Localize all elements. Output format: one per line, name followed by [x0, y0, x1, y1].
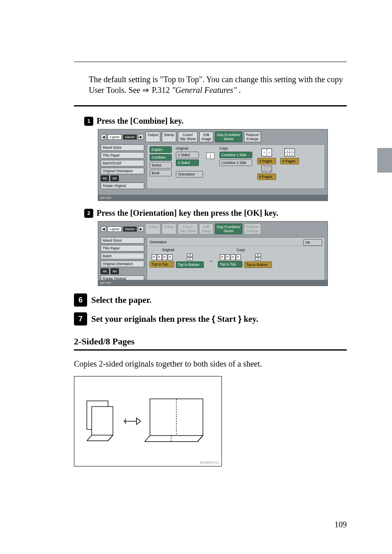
- ss1-side-panel: Mixed Sizes Thin Paper Batch/SADF Origin…: [101, 144, 144, 189]
- lighter-darker-control[interactable]: ◀ Lighter Darker ▶: [101, 132, 144, 142]
- svg-rect-1: [92, 406, 113, 435]
- diagram-2sided-8pages: GCSHVY1J: [74, 376, 222, 466]
- ss2-footer-text: 10"×14": [100, 281, 111, 285]
- combine-btn[interactable]: Combine: [150, 154, 172, 161]
- orient-icon-rr1-2[interactable]: RR: [101, 268, 109, 274]
- ss2-orientation-group: RRRR Top to Top RR Top to Bottom → RRRR …: [150, 254, 322, 268]
- orig-top-to-bottom[interactable]: Top to Bottom: [176, 261, 204, 268]
- two-sided-btn[interactable]: 2 Sided: [176, 159, 199, 166]
- series-btn[interactable]: Series: [150, 162, 172, 169]
- page-number: 109: [334, 520, 347, 529]
- section-desc: Copies 2-sided originals together to bot…: [74, 359, 347, 369]
- step-1-suffix: key.: [170, 116, 184, 125]
- copy-label-2: Copy:: [237, 248, 246, 252]
- ss1-original-col: Original: 1 Sided 2 Sided Orientation: [176, 146, 203, 178]
- lighter-left-icon-2[interactable]: ◀: [101, 226, 106, 232]
- original-orientation-btn[interactable]: Original Orientation: [101, 168, 144, 174]
- darker-label-2: Darker: [123, 226, 137, 232]
- ss2-toolbar: ◀ Lighter Darker ▶ Output Stamp Cover/ S…: [98, 222, 327, 235]
- ss1-mode-col: Duplex Combine Series Book: [150, 146, 172, 176]
- orient-icon-rr2[interactable]: RR: [111, 175, 119, 181]
- ss1-pages-col-1: 12 2 Pages 12345678 8 Pages: [257, 146, 276, 180]
- thin-paper-btn-2[interactable]: Thin Paper: [101, 245, 144, 252]
- stamp-tab-2: Stamp: [162, 224, 176, 234]
- copy-top-to-top[interactable]: Top to Top: [218, 261, 242, 268]
- step-7: 7 Set your originals then press the { St…: [74, 312, 347, 325]
- step-2-prefix: Press the: [97, 208, 130, 217]
- intro-ref-title: "General Features": [172, 85, 237, 95]
- edit-image-tab[interactable]: Edit Image: [199, 132, 213, 142]
- output-tab[interactable]: Output: [145, 132, 160, 142]
- ss1-copy-col: Copy: Combine 1 Side Combine 2 Side: [219, 146, 252, 166]
- four-pages-btn[interactable]: 4 Pages: [280, 158, 299, 164]
- darker-right-icon-2[interactable]: ▶: [138, 226, 144, 232]
- orientation-btn[interactable]: Orientation: [176, 171, 203, 178]
- lighter-darker-control-2[interactable]: ◀ Lighter Darker ▶: [101, 224, 144, 234]
- combine-1side-btn[interactable]: Combine 1 Side: [219, 152, 252, 158]
- page-grid-8[interactable]: 12345678: [261, 166, 272, 172]
- duplex-btn[interactable]: Duplex: [150, 146, 172, 153]
- thin-paper-btn[interactable]: Thin Paper: [101, 152, 144, 159]
- reduce-enlarge-tab[interactable]: Reduce/ Enlarge: [244, 132, 261, 142]
- copy-label: Copy:: [219, 146, 252, 150]
- step-1-prefix: Press the: [97, 116, 130, 125]
- step-2-text: Press the [Orientation] key then press t…: [97, 208, 278, 218]
- combine-2side-btn[interactable]: Combine 2 Side: [219, 159, 252, 166]
- eight-pages-btn[interactable]: 8 Pages: [257, 173, 276, 180]
- page-grid-4[interactable]: 1234: [284, 148, 295, 157]
- orientation-icons-2[interactable]: RR RR: [101, 268, 144, 274]
- substep-2: 2 Press the [Orientation] key then press…: [84, 208, 347, 218]
- top-rule: [74, 62, 347, 62]
- svg-line-6: [145, 435, 150, 441]
- orientation-icons[interactable]: RR RR: [101, 175, 144, 181]
- page-grid-2[interactable]: 12: [261, 148, 272, 157]
- mixed-sizes-btn[interactable]: Mixed Sizes: [101, 144, 144, 151]
- dup-combine-series-tab[interactable]: Dup./Combine/ Series: [215, 132, 242, 142]
- ss2-main-panel: Orientation OK Original: Copy: RRRR Top …: [147, 237, 325, 282]
- step-2-key2: [OK]: [244, 208, 262, 217]
- dup-combine-series-tab-2[interactable]: Dup./Combine/ Series: [215, 224, 242, 234]
- big-step-icon-7: 7: [74, 312, 87, 325]
- reference-arrow-icon: ⇒: [142, 85, 150, 96]
- mixed-sizes-btn-2[interactable]: Mixed Sizes: [101, 237, 144, 244]
- diagram-code: GCSHVY1J: [200, 461, 219, 464]
- lighter-left-icon[interactable]: ◀: [101, 134, 106, 140]
- original-orientation-btn-2[interactable]: Original Orientation: [101, 261, 144, 267]
- step-2-mid: key then press the: [179, 208, 244, 217]
- orig-top-to-top[interactable]: Top to Top: [150, 261, 174, 268]
- step-number-icon: 1: [84, 117, 93, 126]
- step-7-keyname: Start: [217, 314, 236, 324]
- step-1-key: [Combine]: [130, 116, 168, 125]
- step-2-suffix: key.: [264, 208, 278, 217]
- hr-thick-2: [74, 349, 347, 351]
- original-label-2: Original:: [162, 248, 175, 252]
- batch-sadf-btn[interactable]: Batch/SADF: [101, 160, 144, 166]
- rotate-original-btn[interactable]: Rotate Original: [101, 182, 144, 189]
- stamp-tab[interactable]: Stamp: [162, 132, 176, 142]
- book-btn[interactable]: Book: [150, 170, 172, 176]
- copy-tb-icon: RR: [255, 254, 261, 261]
- one-sided-btn[interactable]: 1 Sided: [176, 152, 199, 158]
- step-6-text: Select the paper.: [91, 295, 152, 305]
- ss1-toolbar: ◀ Lighter Darker ▶ Output Stamp Cover/ S…: [98, 129, 327, 143]
- arrow-right-icon: →: [208, 258, 214, 264]
- side-tab: [377, 148, 392, 173]
- darker-right-icon[interactable]: ▶: [138, 134, 144, 140]
- section-title: 2-Sided/8 Pages: [74, 336, 347, 347]
- screenshot-combine-panel: ◀ Lighter Darker ▶ Output Stamp Cover/ S…: [98, 129, 328, 201]
- orig-tb-icon: RR: [187, 254, 193, 261]
- batch-btn-2[interactable]: Batch: [101, 253, 144, 259]
- ss1-footer: 10"×14": [98, 195, 327, 201]
- ok-button[interactable]: OK: [303, 239, 322, 246]
- two-pages-btn[interactable]: 2 Pages: [257, 158, 276, 164]
- hr-thick-1: [74, 105, 347, 106]
- step-2-key1: [Orientation]: [130, 208, 177, 217]
- orient-icon-rr1[interactable]: RR: [101, 175, 109, 181]
- intro-ref-page: P.312: [152, 85, 172, 95]
- orient-icon-rr2-2[interactable]: RR: [111, 268, 119, 274]
- copy-top-to-bottom[interactable]: Top to Bottom: [244, 261, 272, 268]
- ss1-pages-col-2: 1234 4 Pages: [280, 146, 299, 164]
- lighter-label-2: Lighter: [108, 226, 122, 232]
- ss2-body: Mixed Sizes Thin Paper Batch Original Or…: [98, 235, 327, 284]
- cover-slip-tab[interactable]: Cover/ Slip Sheet: [178, 132, 198, 142]
